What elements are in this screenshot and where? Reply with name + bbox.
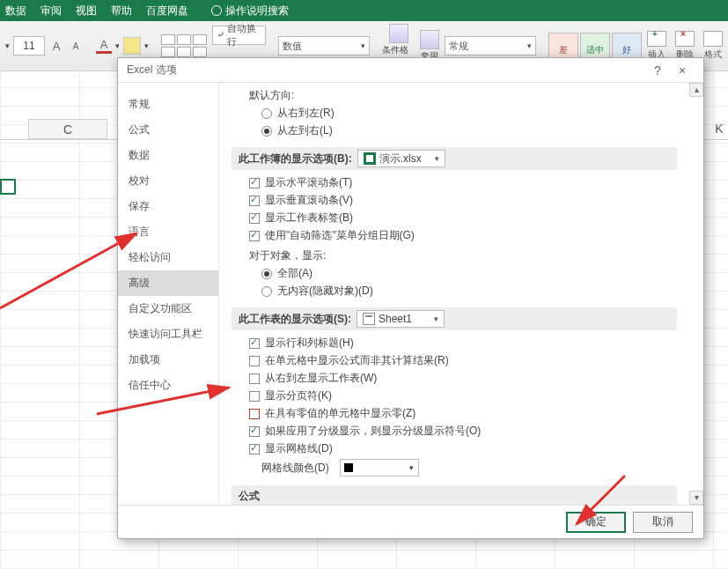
font-size-input[interactable]: 11 xyxy=(13,36,45,55)
checkbox-autofilter-group[interactable] xyxy=(249,231,260,241)
checkbox-tabs[interactable] xyxy=(249,213,260,224)
color-swatch-icon xyxy=(344,463,353,472)
cancel-button[interactable]: 取消 xyxy=(633,512,693,533)
scroll-up-button[interactable]: ▴ xyxy=(689,83,703,97)
tab-review[interactable]: 审阅 xyxy=(40,4,62,18)
increase-font-icon[interactable]: A xyxy=(48,38,64,54)
default-direction-label: 默认方向: xyxy=(249,88,677,103)
checkbox-show-zero[interactable] xyxy=(249,409,260,419)
checkbox-gridlines-label: 显示网格线(D) xyxy=(265,441,333,456)
annotation-arrow-ok xyxy=(563,476,634,540)
align-left-icon[interactable] xyxy=(161,47,175,57)
radio-obj-all[interactable] xyxy=(261,269,272,279)
tab-baidu[interactable]: 百度网盘 xyxy=(146,4,188,18)
radio-ltr-label: 从左到右(L) xyxy=(277,123,333,138)
cell-style-good[interactable]: 好 xyxy=(612,33,642,59)
conditional-format-icon xyxy=(389,24,408,43)
checkbox-rtl-sheet-label: 从右到左显示工作表(W) xyxy=(265,371,377,386)
align-bot-icon[interactable] xyxy=(193,34,207,45)
checkbox-pagebreak-label: 显示分页符(K) xyxy=(265,388,332,403)
svg-line-1 xyxy=(97,388,229,414)
checkbox-formula-label: 在单元格中显示公式而非其计算结果(R) xyxy=(265,353,449,368)
delete-icon xyxy=(675,31,695,47)
sidebar-item-formulas[interactable]: 公式 xyxy=(118,117,218,143)
cell-style-gallery: 差 适中 好 xyxy=(548,33,642,59)
sidebar-item-addins[interactable]: 加载项 xyxy=(118,347,218,373)
cell-style-dropdown[interactable]: 常规▾ xyxy=(445,36,536,55)
excel-file-icon xyxy=(364,152,376,165)
tell-me[interactable]: 操作说明搜索 xyxy=(211,4,289,18)
worksheet-display-section: 此工作表的显示选项(S): xyxy=(239,312,351,327)
options-scroll[interactable]: 默认方向: 从右到左(R) 从左到右(L) 此工作簿的显示选项(B): 演示.x… xyxy=(219,83,693,505)
format-cells-button[interactable]: 格式 xyxy=(703,31,723,61)
radio-ltr[interactable] xyxy=(261,126,272,137)
format-table-icon xyxy=(420,30,439,49)
checkbox-hscroll[interactable] xyxy=(249,178,260,188)
cell-style-neutral[interactable]: 适中 xyxy=(580,33,610,59)
gridline-color-select[interactable] xyxy=(340,459,419,477)
close-button[interactable]: × xyxy=(670,63,695,78)
checkbox-rtl-sheet[interactable] xyxy=(249,373,260,384)
sidebar-item-qat[interactable]: 快速访问工具栏 xyxy=(118,321,218,347)
tab-view[interactable]: 视图 xyxy=(76,4,97,18)
annotation-arrow-zero xyxy=(97,370,238,425)
sidebar-item-general[interactable]: 常规 xyxy=(118,92,218,117)
svg-line-0 xyxy=(0,233,136,308)
radio-obj-all-label: 全部(A) xyxy=(277,266,313,281)
annotation-arrow-sidebar xyxy=(0,176,145,320)
radio-obj-none[interactable] xyxy=(261,286,272,297)
sheet-icon xyxy=(363,313,375,325)
checkbox-autofilter-label: 使用"自动筛选"菜单分组日期(G) xyxy=(265,228,415,243)
tab-bar: 数据 审阅 视图 帮助 百度网盘 操作说明搜索 xyxy=(0,0,728,21)
delete-cells-button[interactable]: 删除 xyxy=(675,31,695,61)
column-header-c[interactable]: C xyxy=(28,119,107,139)
align-top-icon[interactable] xyxy=(161,34,175,45)
radio-obj-none-label: 无内容(隐藏对象)(D) xyxy=(277,284,373,299)
insert-icon xyxy=(647,31,666,47)
align-right-icon[interactable] xyxy=(193,47,207,57)
align-center-icon[interactable] xyxy=(177,47,191,57)
checkbox-vscroll[interactable] xyxy=(249,196,260,206)
tab-help[interactable]: 帮助 xyxy=(111,4,132,18)
chevron-down-icon[interactable]: ▾ xyxy=(5,41,10,50)
checkbox-formula[interactable] xyxy=(249,356,260,366)
workbook-select[interactable]: 演示.xlsx xyxy=(357,150,445,167)
fill-color-icon[interactable] xyxy=(123,37,141,55)
insert-cells-button[interactable]: 插入 xyxy=(647,31,666,61)
gridline-color-label: 网格线颜色(D) xyxy=(261,461,329,476)
checkbox-outline-label: 如果应用了分级显示，则显示分级显示符号(O) xyxy=(265,424,481,439)
chevron-down-icon[interactable]: ▾ xyxy=(144,41,149,50)
radio-rtl-label: 从右到左(R) xyxy=(277,106,335,121)
font-color-icon[interactable]: A xyxy=(96,38,112,54)
checkbox-rowcol-label: 显示行和列标题(H) xyxy=(265,336,354,351)
checkbox-vscroll-label: 显示垂直滚动条(V) xyxy=(265,193,353,208)
tab-data[interactable]: 数据 xyxy=(5,4,26,18)
column-header-k[interactable]: K xyxy=(710,119,728,139)
objects-display-label: 对于对象，显示: xyxy=(249,248,677,263)
scroll-down-button[interactable]: ▾ xyxy=(689,491,703,505)
number-category-dropdown[interactable]: 数值▾ xyxy=(278,36,370,55)
checkbox-tabs-label: 显示工作表标签(B) xyxy=(265,211,353,225)
checkbox-hscroll-label: 显示水平滚动条(T) xyxy=(265,175,352,190)
checkbox-gridlines[interactable] xyxy=(249,444,260,454)
format-icon xyxy=(703,31,723,47)
checkbox-pagebreak[interactable] xyxy=(249,391,260,402)
checkbox-show-zero-label: 在具有零值的单元格中显示零(Z) xyxy=(265,406,415,421)
wrap-text-button[interactable]: ⤶自动换行 xyxy=(212,26,266,45)
cell-style-bad[interactable]: 差 xyxy=(548,33,578,59)
alignment-group xyxy=(161,34,207,57)
bulb-icon xyxy=(211,5,222,16)
checkbox-outline[interactable] xyxy=(249,426,260,437)
sidebar-item-data[interactable]: 数据 xyxy=(118,143,218,168)
worksheet-select[interactable]: Sheet1 xyxy=(357,310,445,328)
chevron-down-icon[interactable]: ▾ xyxy=(115,41,120,50)
align-mid-icon[interactable] xyxy=(177,34,191,45)
checkbox-rowcol[interactable] xyxy=(249,338,260,349)
options-content: ▴ ▾ 默认方向: 从右到左(R) 从左到右(L) 此工作簿的显示选项(B): … xyxy=(219,83,703,505)
svg-line-2 xyxy=(577,476,625,524)
decrease-font-icon[interactable]: A xyxy=(68,38,84,54)
excel-options-dialog: Excel 选项 ? × 常规 公式 数据 校对 保存 语言 轻松访问 高级 自… xyxy=(117,57,704,539)
radio-rtl[interactable] xyxy=(261,108,272,119)
workbook-display-section: 此工作簿的显示选项(B): xyxy=(239,151,352,166)
help-button[interactable]: ? xyxy=(645,63,670,78)
